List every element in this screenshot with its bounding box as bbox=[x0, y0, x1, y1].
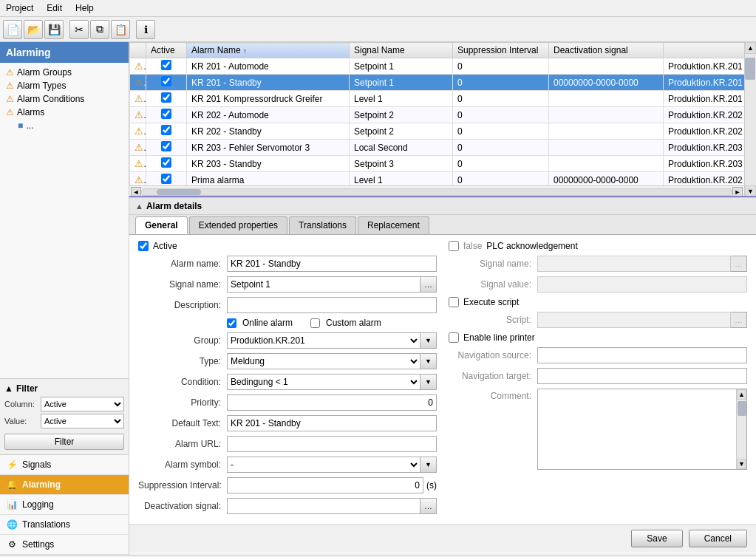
priority-input[interactable] bbox=[227, 394, 437, 411]
nav-logging[interactable]: 📊 Logging bbox=[0, 495, 129, 515]
active-cell[interactable] bbox=[146, 75, 187, 91]
col-header-suppress[interactable]: Suppression Interval bbox=[453, 43, 549, 58]
nav-signals[interactable]: ⚡ Signals bbox=[0, 455, 129, 475]
col-header-signal[interactable]: Signal Name bbox=[350, 43, 453, 58]
alarm-url-input[interactable] bbox=[227, 436, 437, 452]
table-row[interactable]: ⚠ KR 203 - Standby Setpoint 3 0 Produkti… bbox=[130, 156, 745, 172]
active-cell[interactable] bbox=[146, 123, 187, 140]
online-alarm-checkbox[interactable] bbox=[227, 318, 236, 328]
comment-vscroll-thumb[interactable] bbox=[738, 401, 746, 416]
nav-target-input[interactable] bbox=[537, 368, 747, 384]
row-active-checkbox[interactable] bbox=[161, 125, 171, 135]
tab-general[interactable]: General bbox=[135, 216, 188, 234]
grid-scroll[interactable]: Active Alarm Name ↑ Signal Name Suppress… bbox=[129, 42, 744, 185]
active-cell[interactable] bbox=[146, 58, 187, 75]
table-row[interactable]: ⚠ KR 201 - Automode Setpoint 1 0 Produkt… bbox=[130, 58, 745, 75]
row-active-checkbox[interactable] bbox=[161, 92, 171, 103]
filter-column-select[interactable]: Active bbox=[41, 397, 124, 411]
condition-dropdown-btn[interactable]: ▼ bbox=[420, 374, 437, 390]
tab-extended[interactable]: Extended properties bbox=[189, 216, 287, 234]
toolbar-paste-btn[interactable]: 📋 bbox=[111, 20, 130, 39]
active-checkbox[interactable] bbox=[138, 241, 149, 251]
nav-settings[interactable]: ⚙ Settings bbox=[0, 535, 129, 555]
table-row[interactable]: ⚠ Prima alarma Level 1 0 00000000-0000-0… bbox=[130, 172, 745, 186]
nav-alarming[interactable]: 🔔 Alarming bbox=[0, 475, 129, 495]
menu-project[interactable]: Project bbox=[3, 1, 36, 15]
col-header-name[interactable]: Alarm Name ↑ bbox=[187, 43, 350, 58]
alarm-name-input[interactable] bbox=[227, 256, 437, 272]
active-cell[interactable] bbox=[146, 156, 187, 172]
row-active-checkbox[interactable] bbox=[161, 60, 171, 70]
group-select[interactable]: Produktion.KR.201 bbox=[227, 332, 420, 349]
alarm-symbol-select[interactable]: - bbox=[227, 457, 420, 473]
suppress-input[interactable] bbox=[227, 477, 423, 493]
tree-item-alarm-conditions[interactable]: ⚠ Alarm Conditions bbox=[3, 92, 126, 106]
condition-select[interactable]: Bedingung < 1 bbox=[227, 374, 420, 390]
menu-edit[interactable]: Edit bbox=[44, 1, 65, 15]
tab-replacement[interactable]: Replacement bbox=[358, 216, 429, 234]
col-header-active[interactable]: Active bbox=[146, 43, 187, 58]
type-select[interactable]: Meldung bbox=[227, 353, 420, 369]
nav-source-input[interactable] bbox=[537, 347, 747, 363]
vscroll-up-btn[interactable]: ▲ bbox=[745, 42, 756, 54]
toolbar-copy-btn[interactable]: ⧉ bbox=[90, 20, 109, 39]
hscroll-track[interactable] bbox=[141, 188, 732, 196]
save-button[interactable]: Save bbox=[631, 530, 682, 547]
signal-name-input[interactable] bbox=[227, 276, 420, 293]
hscroll-right-btn[interactable]: ► bbox=[732, 187, 743, 197]
deact-signal-input[interactable] bbox=[227, 498, 420, 514]
col-header-deact[interactable]: Deactivation signal bbox=[549, 43, 664, 58]
tree-item-alarms-sub[interactable]: ■ ... bbox=[15, 119, 126, 132]
row-active-checkbox[interactable] bbox=[161, 109, 171, 119]
comment-vscroll-track[interactable] bbox=[737, 400, 746, 459]
group-dropdown-btn[interactable]: ▼ bbox=[420, 332, 437, 349]
vscroll-down-btn[interactable]: ▼ bbox=[745, 185, 756, 197]
tree-item-alarms[interactable]: ⚠ Alarms bbox=[3, 106, 126, 119]
comment-textarea[interactable] bbox=[538, 389, 736, 469]
alarm-symbol-dropdown-btn[interactable]: ▼ bbox=[420, 457, 437, 473]
filter-header[interactable]: ▲ Filter bbox=[4, 383, 124, 394]
custom-alarm-checkbox[interactable] bbox=[310, 318, 320, 328]
execute-script-checkbox[interactable] bbox=[449, 297, 459, 307]
table-row[interactable]: ⚠ KR 201 Kompressordruck Greifer Level 1… bbox=[130, 91, 745, 107]
toolbar-open-btn[interactable]: 📂 bbox=[24, 20, 43, 39]
tab-translations[interactable]: Translations bbox=[289, 216, 356, 234]
active-cell[interactable] bbox=[146, 107, 187, 123]
active-cell[interactable] bbox=[146, 172, 187, 186]
enable-printer-checkbox[interactable] bbox=[449, 332, 459, 343]
default-text-input[interactable] bbox=[227, 415, 437, 431]
toolbar-info-btn[interactable]: ℹ bbox=[136, 20, 155, 39]
row-active-checkbox[interactable] bbox=[161, 157, 171, 168]
toolbar-cut-btn[interactable]: ✂ bbox=[69, 20, 89, 39]
comment-vscroll-up[interactable]: ▲ bbox=[737, 389, 746, 400]
deact-signal-browse-btn[interactable]: … bbox=[420, 498, 437, 514]
comment-vscroll-down[interactable]: ▼ bbox=[737, 459, 746, 469]
row-active-checkbox[interactable] bbox=[161, 141, 171, 151]
table-row[interactable]: ⚠ KR 202 - Automode Setpoint 2 0 Produkt… bbox=[130, 107, 745, 123]
description-input[interactable] bbox=[227, 297, 437, 313]
tree-item-alarm-groups[interactable]: ⚠ Alarm Groups bbox=[3, 66, 126, 79]
signal-name-browse-btn[interactable]: … bbox=[420, 276, 437, 293]
menu-help[interactable]: Help bbox=[72, 1, 97, 15]
filter-value-select[interactable]: Active bbox=[41, 414, 124, 428]
type-dropdown-btn[interactable]: ▼ bbox=[420, 353, 437, 369]
plc-ack-checkbox[interactable] bbox=[449, 241, 459, 251]
toolbar-new-btn[interactable]: 📄 bbox=[3, 20, 22, 39]
toolbar-save-btn[interactable]: 💾 bbox=[44, 20, 64, 39]
hscroll-left-btn[interactable]: ◄ bbox=[131, 187, 141, 197]
table-row[interactable]: ⚠ KR 203 - Fehler Servomotor 3 Local Sec… bbox=[130, 140, 745, 156]
row-active-checkbox[interactable] bbox=[161, 174, 171, 184]
hscroll-thumb[interactable] bbox=[157, 189, 201, 195]
active-cell[interactable] bbox=[146, 140, 187, 156]
active-cell[interactable] bbox=[146, 91, 187, 107]
vscroll-thumb[interactable] bbox=[745, 58, 755, 80]
tree-item-alarm-types[interactable]: ⚠ Alarm Types bbox=[3, 79, 126, 92]
table-row[interactable]: ⚠ KR 202 - Standby Setpoint 2 0 Produkti… bbox=[130, 123, 745, 140]
filter-button[interactable]: Filter bbox=[4, 434, 124, 450]
row-active-checkbox[interactable] bbox=[161, 76, 171, 86]
vscroll-track[interactable] bbox=[745, 54, 756, 185]
table-row[interactable]: ⚠ KR 201 - Standby Setpoint 1 0 00000000… bbox=[130, 75, 745, 91]
nav-translations[interactable]: 🌐 Translations bbox=[0, 515, 129, 535]
details-header[interactable]: ▲ Alarm details bbox=[129, 198, 756, 215]
cancel-button[interactable]: Cancel bbox=[689, 530, 747, 547]
